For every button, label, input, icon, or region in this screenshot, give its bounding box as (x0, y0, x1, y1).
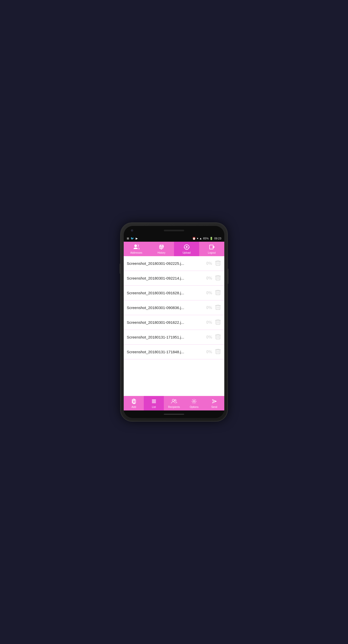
status-left: ⊞ 🐦 ▶ (127, 237, 138, 240)
delete-button[interactable] (215, 319, 221, 326)
youtube-icon: ▶ (136, 237, 138, 240)
file-percent: 0% (203, 261, 212, 266)
bottom-tab-recipients-label: Recipients (168, 406, 180, 408)
svg-rect-34 (216, 335, 220, 339)
phone-top-bar (124, 226, 224, 235)
svg-point-52 (193, 401, 195, 402)
bottom-tab-options[interactable]: Options (184, 396, 204, 410)
top-nav: Addresses History (124, 242, 224, 256)
delete-button[interactable] (215, 304, 221, 311)
bottom-tab-list-label: List (152, 406, 156, 408)
svg-rect-28 (216, 320, 220, 324)
file-percent: 0% (203, 335, 212, 340)
bottom-tab-add-label: Add (132, 406, 136, 408)
send-icon (211, 398, 217, 405)
phone-device: ⊞ 🐦 ▶ ⏰ ▾ ▲ 65% 🔋 09:23 (121, 223, 227, 421)
upload-icon (184, 244, 190, 251)
tab-logout[interactable]: Logout (199, 242, 224, 256)
tab-upload-label: Upload (183, 251, 191, 254)
tab-upload[interactable]: Upload (174, 242, 199, 256)
delete-button[interactable] (215, 260, 221, 267)
camera (131, 229, 133, 232)
list-item: Screenshot_20180131-171848.j...0% (124, 345, 224, 359)
tab-addresses[interactable]: Addresses (124, 242, 149, 256)
add-icon (131, 398, 137, 405)
history-icon (159, 244, 164, 251)
svg-rect-22 (216, 305, 220, 310)
svg-rect-10 (216, 276, 220, 280)
list-item: Screenshot_20180131-171951.j...0% (124, 330, 224, 345)
app-screen: Addresses History (124, 242, 224, 410)
twitter-icon: 🐦 (131, 237, 134, 240)
list-item: Screenshot_20180301-092214.j...0% (124, 271, 224, 286)
delete-button[interactable] (215, 333, 221, 341)
wifi-icon: ▾ (197, 237, 198, 240)
file-percent: 0% (203, 350, 212, 354)
tab-history-label: History (157, 251, 165, 254)
bottom-tab-list[interactable]: List (144, 396, 164, 410)
logout-icon (209, 244, 215, 251)
status-bar: ⊞ 🐦 ▶ ⏰ ▾ ▲ 65% 🔋 09:23 (124, 235, 224, 242)
file-name: Screenshot_20180301-091622.j... (127, 320, 203, 325)
tab-history[interactable]: History (149, 242, 174, 256)
file-name: Screenshot_20180301-091628.j... (127, 291, 203, 295)
list-item: Screenshot_20180301-092225.j...0% (124, 256, 224, 271)
file-percent: 0% (203, 320, 212, 325)
bottom-tab-recipients[interactable]: Recipients (164, 396, 184, 410)
svg-rect-4 (216, 261, 220, 265)
svg-rect-16 (216, 291, 220, 295)
svg-point-50 (172, 399, 174, 401)
tab-addresses-label: Addresses (130, 251, 142, 254)
alarm-icon: ⏰ (192, 237, 196, 240)
file-name: Screenshot_20180301-092225.j... (127, 261, 203, 266)
phone-screen: ⊞ 🐦 ▶ ⏰ ▾ ▲ 65% 🔋 09:23 (124, 226, 224, 418)
status-right: ⏰ ▾ ▲ 65% 🔋 09:23 (192, 237, 221, 240)
battery-percent: 65% (203, 237, 209, 240)
options-icon (191, 398, 197, 405)
svg-point-51 (175, 400, 176, 401)
file-list: Screenshot_20180301-092225.j...0% Screen… (124, 256, 224, 396)
list-item: Screenshot_20180301-091622.j...0% (124, 315, 224, 330)
svg-rect-40 (216, 350, 220, 354)
bottom-tab-send[interactable]: Send (204, 396, 224, 410)
recipients-icon (171, 398, 177, 405)
list-item: Screenshot_20180301-091628.j...0% (124, 286, 224, 300)
file-name: Screenshot_20180131-171848.j... (127, 350, 203, 354)
delete-button[interactable] (215, 289, 221, 297)
file-percent: 0% (203, 291, 212, 295)
bottom-nav: Add List (124, 396, 224, 410)
list-item: Screenshot_20180301-090836.j...0% (124, 300, 224, 315)
home-bar (164, 414, 184, 415)
list-icon (151, 398, 157, 405)
tab-logout-label: Logout (208, 251, 216, 254)
bottom-tab-add[interactable]: Add (124, 396, 144, 410)
file-percent: 0% (203, 276, 212, 281)
speaker (164, 230, 184, 231)
file-name: Screenshot_20180131-171951.j... (127, 335, 203, 339)
delete-button[interactable] (215, 348, 221, 356)
clock: 09:23 (214, 237, 221, 240)
bottom-tab-options-label: Options (190, 406, 198, 408)
phone-bottom-bar (124, 410, 224, 418)
file-percent: 0% (203, 305, 212, 310)
file-name: Screenshot_20180301-090836.j... (127, 305, 203, 310)
delete-button[interactable] (215, 274, 221, 282)
gallery-icon: ⊞ (127, 237, 129, 240)
bottom-tab-send-label: Send (211, 406, 217, 408)
addresses-icon (133, 244, 139, 251)
file-name: Screenshot_20180301-092214.j... (127, 276, 203, 280)
battery-icon: 🔋 (210, 237, 213, 240)
signal-icon: ▲ (199, 237, 202, 240)
